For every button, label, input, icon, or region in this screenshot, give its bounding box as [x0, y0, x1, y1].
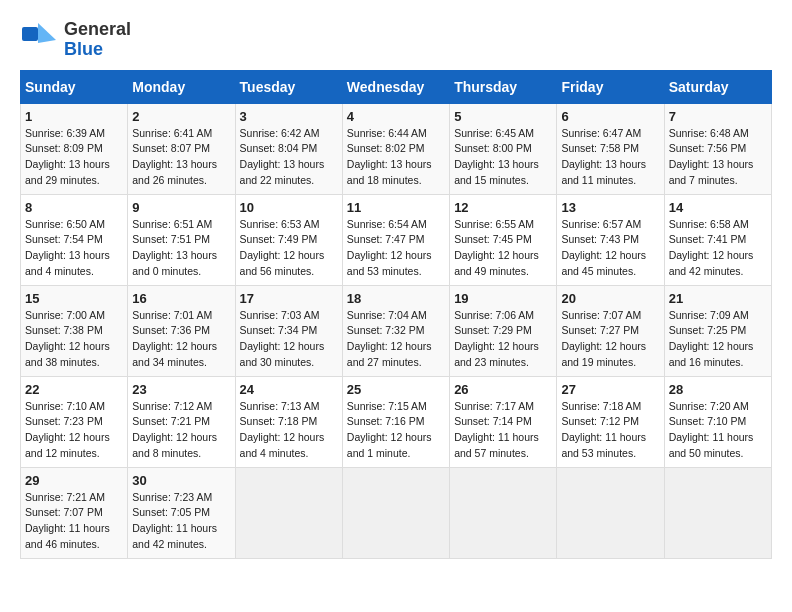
day-number: 8 [25, 200, 123, 215]
day-info: Sunrise: 6:41 AMSunset: 8:07 PMDaylight:… [132, 126, 230, 189]
calendar-cell: 30Sunrise: 7:23 AMSunset: 7:05 PMDayligh… [128, 467, 235, 558]
day-info: Sunrise: 6:48 AMSunset: 7:56 PMDaylight:… [669, 126, 767, 189]
day-number: 12 [454, 200, 552, 215]
calendar-cell: 1Sunrise: 6:39 AMSunset: 8:09 PMDaylight… [21, 103, 128, 194]
day-number: 11 [347, 200, 445, 215]
day-number: 21 [669, 291, 767, 306]
day-number: 25 [347, 382, 445, 397]
day-info: Sunrise: 6:47 AMSunset: 7:58 PMDaylight:… [561, 126, 659, 189]
calendar-cell: 29Sunrise: 7:21 AMSunset: 7:07 PMDayligh… [21, 467, 128, 558]
day-info: Sunrise: 6:54 AMSunset: 7:47 PMDaylight:… [347, 217, 445, 280]
calendar-cell: 4Sunrise: 6:44 AMSunset: 8:02 PMDaylight… [342, 103, 449, 194]
calendar-cell: 26Sunrise: 7:17 AMSunset: 7:14 PMDayligh… [450, 376, 557, 467]
svg-rect-0 [22, 27, 38, 41]
day-info: Sunrise: 6:44 AMSunset: 8:02 PMDaylight:… [347, 126, 445, 189]
day-number: 23 [132, 382, 230, 397]
calendar-week-1: 1Sunrise: 6:39 AMSunset: 8:09 PMDaylight… [21, 103, 772, 194]
day-info: Sunrise: 7:09 AMSunset: 7:25 PMDaylight:… [669, 308, 767, 371]
calendar-cell: 5Sunrise: 6:45 AMSunset: 8:00 PMDaylight… [450, 103, 557, 194]
calendar-week-5: 29Sunrise: 7:21 AMSunset: 7:07 PMDayligh… [21, 467, 772, 558]
day-number: 16 [132, 291, 230, 306]
day-info: Sunrise: 7:06 AMSunset: 7:29 PMDaylight:… [454, 308, 552, 371]
day-number: 22 [25, 382, 123, 397]
day-info: Sunrise: 7:07 AMSunset: 7:27 PMDaylight:… [561, 308, 659, 371]
svg-marker-1 [38, 23, 56, 43]
calendar-cell: 11Sunrise: 6:54 AMSunset: 7:47 PMDayligh… [342, 194, 449, 285]
calendar-cell: 19Sunrise: 7:06 AMSunset: 7:29 PMDayligh… [450, 285, 557, 376]
day-info: Sunrise: 6:39 AMSunset: 8:09 PMDaylight:… [25, 126, 123, 189]
weekday-header-thursday: Thursday [450, 70, 557, 103]
day-number: 20 [561, 291, 659, 306]
weekday-header-friday: Friday [557, 70, 664, 103]
calendar-cell: 2Sunrise: 6:41 AMSunset: 8:07 PMDaylight… [128, 103, 235, 194]
day-number: 26 [454, 382, 552, 397]
calendar-cell: 25Sunrise: 7:15 AMSunset: 7:16 PMDayligh… [342, 376, 449, 467]
calendar-week-3: 15Sunrise: 7:00 AMSunset: 7:38 PMDayligh… [21, 285, 772, 376]
day-number: 28 [669, 382, 767, 397]
calendar-cell: 16Sunrise: 7:01 AMSunset: 7:36 PMDayligh… [128, 285, 235, 376]
calendar-cell: 18Sunrise: 7:04 AMSunset: 7:32 PMDayligh… [342, 285, 449, 376]
calendar-cell [557, 467, 664, 558]
weekday-header-tuesday: Tuesday [235, 70, 342, 103]
page-header: General Blue [20, 20, 772, 60]
day-number: 29 [25, 473, 123, 488]
calendar-cell: 13Sunrise: 6:57 AMSunset: 7:43 PMDayligh… [557, 194, 664, 285]
day-number: 24 [240, 382, 338, 397]
calendar-cell: 10Sunrise: 6:53 AMSunset: 7:49 PMDayligh… [235, 194, 342, 285]
calendar-week-4: 22Sunrise: 7:10 AMSunset: 7:23 PMDayligh… [21, 376, 772, 467]
calendar-cell: 7Sunrise: 6:48 AMSunset: 7:56 PMDaylight… [664, 103, 771, 194]
day-info: Sunrise: 7:04 AMSunset: 7:32 PMDaylight:… [347, 308, 445, 371]
day-info: Sunrise: 7:18 AMSunset: 7:12 PMDaylight:… [561, 399, 659, 462]
day-number: 15 [25, 291, 123, 306]
day-number: 3 [240, 109, 338, 124]
calendar-cell: 22Sunrise: 7:10 AMSunset: 7:23 PMDayligh… [21, 376, 128, 467]
calendar-cell: 28Sunrise: 7:20 AMSunset: 7:10 PMDayligh… [664, 376, 771, 467]
day-number: 6 [561, 109, 659, 124]
calendar-cell: 9Sunrise: 6:51 AMSunset: 7:51 PMDaylight… [128, 194, 235, 285]
calendar-week-2: 8Sunrise: 6:50 AMSunset: 7:54 PMDaylight… [21, 194, 772, 285]
calendar-cell [235, 467, 342, 558]
calendar-table: SundayMondayTuesdayWednesdayThursdayFrid… [20, 70, 772, 559]
day-info: Sunrise: 7:20 AMSunset: 7:10 PMDaylight:… [669, 399, 767, 462]
day-number: 2 [132, 109, 230, 124]
day-number: 13 [561, 200, 659, 215]
day-info: Sunrise: 7:17 AMSunset: 7:14 PMDaylight:… [454, 399, 552, 462]
weekday-header-sunday: Sunday [21, 70, 128, 103]
day-info: Sunrise: 6:58 AMSunset: 7:41 PMDaylight:… [669, 217, 767, 280]
weekday-header-monday: Monday [128, 70, 235, 103]
weekday-header-row: SundayMondayTuesdayWednesdayThursdayFrid… [21, 70, 772, 103]
day-info: Sunrise: 7:01 AMSunset: 7:36 PMDaylight:… [132, 308, 230, 371]
calendar-cell: 8Sunrise: 6:50 AMSunset: 7:54 PMDaylight… [21, 194, 128, 285]
day-info: Sunrise: 6:45 AMSunset: 8:00 PMDaylight:… [454, 126, 552, 189]
day-info: Sunrise: 7:12 AMSunset: 7:21 PMDaylight:… [132, 399, 230, 462]
day-info: Sunrise: 6:50 AMSunset: 7:54 PMDaylight:… [25, 217, 123, 280]
day-number: 9 [132, 200, 230, 215]
day-info: Sunrise: 7:13 AMSunset: 7:18 PMDaylight:… [240, 399, 338, 462]
logo-general: General [64, 20, 131, 40]
day-info: Sunrise: 7:00 AMSunset: 7:38 PMDaylight:… [25, 308, 123, 371]
day-info: Sunrise: 7:23 AMSunset: 7:05 PMDaylight:… [132, 490, 230, 553]
calendar-cell: 23Sunrise: 7:12 AMSunset: 7:21 PMDayligh… [128, 376, 235, 467]
logo-svg [20, 21, 58, 59]
day-number: 27 [561, 382, 659, 397]
day-info: Sunrise: 7:10 AMSunset: 7:23 PMDaylight:… [25, 399, 123, 462]
logo: General Blue [20, 20, 131, 60]
day-info: Sunrise: 7:15 AMSunset: 7:16 PMDaylight:… [347, 399, 445, 462]
day-number: 18 [347, 291, 445, 306]
day-info: Sunrise: 6:51 AMSunset: 7:51 PMDaylight:… [132, 217, 230, 280]
calendar-cell: 20Sunrise: 7:07 AMSunset: 7:27 PMDayligh… [557, 285, 664, 376]
calendar-cell [450, 467, 557, 558]
calendar-cell: 6Sunrise: 6:47 AMSunset: 7:58 PMDaylight… [557, 103, 664, 194]
day-number: 7 [669, 109, 767, 124]
day-number: 1 [25, 109, 123, 124]
day-number: 5 [454, 109, 552, 124]
day-number: 30 [132, 473, 230, 488]
calendar-cell: 17Sunrise: 7:03 AMSunset: 7:34 PMDayligh… [235, 285, 342, 376]
day-info: Sunrise: 6:57 AMSunset: 7:43 PMDaylight:… [561, 217, 659, 280]
weekday-header-wednesday: Wednesday [342, 70, 449, 103]
day-info: Sunrise: 6:55 AMSunset: 7:45 PMDaylight:… [454, 217, 552, 280]
day-info: Sunrise: 6:53 AMSunset: 7:49 PMDaylight:… [240, 217, 338, 280]
day-number: 17 [240, 291, 338, 306]
calendar-cell: 21Sunrise: 7:09 AMSunset: 7:25 PMDayligh… [664, 285, 771, 376]
day-info: Sunrise: 6:42 AMSunset: 8:04 PMDaylight:… [240, 126, 338, 189]
